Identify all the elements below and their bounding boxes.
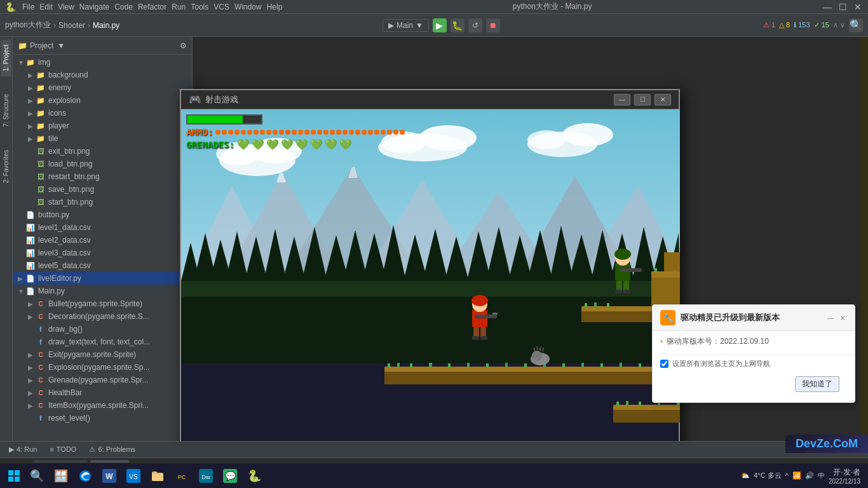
menu-edit[interactable]: Edit (39, 3, 53, 11)
rerun-button[interactable]: ↺ (468, 18, 482, 32)
taskbar-app1[interactable]: W (98, 464, 121, 487)
svg-rect-133 (8, 477, 13, 482)
taskbar-edge[interactable] (74, 464, 97, 487)
tree-item-level1[interactable]: ▶ 📊 level1_data.csv (13, 221, 192, 234)
notification-checkbox-row: 设置所有浏览器主页为上网导航 (653, 355, 855, 372)
tree-item-level3[interactable]: ▶ 📊 level3_data.csv (13, 247, 192, 259)
notification-checkbox[interactable] (660, 360, 668, 368)
game-close-button[interactable]: ✕ (654, 94, 671, 105)
menu-help[interactable]: Help (267, 3, 283, 11)
menu-code[interactable]: Code (114, 3, 133, 11)
tree-item-healthbar[interactable]: ▶ C HealthBar (13, 386, 192, 399)
menu-refactor[interactable]: Refactor (138, 3, 166, 11)
tree-item-decoration[interactable]: ▶ C Decoration(pygame.sprite.S... (13, 310, 192, 323)
svg-point-116 (532, 351, 542, 361)
tree-item-save-btn[interactable]: ▶ 🖼 save_btn.png (13, 183, 192, 196)
tree-item-load-btn[interactable]: ▶ 🖼 load_btn.png (13, 158, 192, 170)
game-maximize-button[interactable]: ☐ (634, 94, 651, 105)
notification-item: • 驱动库版本号：2022.12.09.10 (660, 336, 847, 347)
side-tab-favorites[interactable]: 2: Favorites (1, 145, 11, 188)
tree-item-level2[interactable]: ▶ 📊 level2_data.csv (13, 234, 192, 247)
ammo-dot (247, 130, 252, 135)
menu-window[interactable]: Window (234, 3, 262, 11)
taskbar-dw[interactable]: Dw (194, 464, 217, 487)
side-tab-project[interactable]: 1: Project (1, 39, 11, 76)
breadcrumb-shooter[interactable]: Shooter (58, 21, 85, 30)
tree-item-button-py[interactable]: ▶ 📄 button.py (13, 208, 192, 221)
ammo-dot (234, 130, 240, 135)
run-tab-run[interactable]: ▶ 4: Run (3, 443, 43, 456)
notification-close-button[interactable]: ✕ (838, 315, 847, 322)
tree-item-reset-level[interactable]: ▶ f reset_level() (13, 412, 192, 424)
menu-view[interactable]: View (58, 3, 74, 11)
start-button[interactable] (3, 464, 25, 487)
class-icon: C (36, 400, 46, 410)
search-button[interactable]: 🔍 (849, 18, 863, 32)
taskbar-search[interactable]: 🔍 (25, 464, 48, 487)
tree-item-restart-btn[interactable]: ▶ 🖼 restart_btn.png (13, 170, 192, 183)
settings-icon[interactable]: ⚙ (180, 41, 187, 50)
ammo-dot (285, 130, 290, 135)
error-count[interactable]: ⚠ 1 (763, 21, 775, 29)
taskbar-pycharm[interactable]: PC (170, 464, 193, 487)
tree-item-livelEditor[interactable]: ▶ 📄 liveIEditor.py (13, 272, 192, 285)
taskbar-weather-text: 4°C 多云 (754, 471, 782, 480)
run-tab-problems[interactable]: ⚠ 6: Problems (83, 443, 142, 456)
run-config-button[interactable]: ▶ Main ▼ (383, 19, 429, 32)
menu-run[interactable]: Run (172, 3, 186, 11)
check-count[interactable]: ✓ 15 (814, 21, 829, 29)
svg-rect-79 (607, 303, 609, 307)
tree-item-itembox[interactable]: ▶ C ItemBox(pygame.sprite.Spri... (13, 399, 192, 412)
taskbar-clock[interactable]: 开·发·者 2022/12/13 (829, 467, 860, 485)
tree-item-grenade[interactable]: ▶ C Grenade(pygame.sprite.Spr... (13, 374, 192, 386)
tree-item-bullet[interactable]: ▶ C Bullet(pygame.sprite.Sprite) (13, 297, 192, 310)
run-tab-label: 4: Run (17, 445, 37, 453)
taskbar-weather: ⛅ (741, 471, 750, 480)
taskbar-ime[interactable]: 中 (818, 471, 825, 480)
notification-action-button[interactable]: 我知道了 (795, 376, 839, 392)
breadcrumb-file[interactable]: Main.py (93, 21, 119, 30)
taskbar-python[interactable]: 🐍 (243, 464, 266, 487)
edge-icon (78, 469, 92, 483)
svg-rect-52 (397, 363, 400, 367)
tree-item-explosion[interactable]: ▶ 📁 explosion (13, 94, 192, 107)
close-button[interactable]: ✕ (853, 2, 863, 12)
tree-item-background[interactable]: ▶ 📁 background (13, 69, 192, 81)
tree-item-exit-btn[interactable]: ▶ 🖼 exit_btn.png (13, 145, 192, 158)
tree-item-tile[interactable]: ▶ 📁 tile (13, 132, 192, 145)
menu-vcs[interactable]: VCS (214, 3, 229, 11)
run-button[interactable]: ▶ (433, 18, 447, 32)
side-tab-structure[interactable]: 7: Structure (1, 89, 11, 132)
warning-count[interactable]: △ 8 (779, 21, 790, 29)
menu-file[interactable]: File (22, 3, 34, 11)
menu-navigate[interactable]: Navigate (79, 3, 109, 11)
maximize-button[interactable]: ☐ (837, 2, 848, 12)
tree-item-main-py[interactable]: ▼ 📄 Main.py (13, 285, 192, 297)
svg-rect-49 (384, 367, 658, 372)
tree-item-level5[interactable]: ▶ 📊 level5_data.csv (13, 259, 192, 272)
game-minimize-button[interactable]: — (614, 94, 630, 105)
run-tab-todo[interactable]: ≡ TODO (43, 443, 83, 456)
taskbar-wechat[interactable]: 💬 (219, 464, 241, 487)
minimize-button[interactable]: — (822, 2, 832, 12)
notification-minimize-button[interactable]: — (825, 315, 836, 322)
debug-button[interactable]: 🐛 (451, 18, 465, 32)
menu-tools[interactable]: Tools (191, 3, 208, 11)
info-count[interactable]: ℹ 153 (794, 21, 810, 29)
stop-button[interactable]: ⏹ (486, 18, 500, 32)
tree-item-player[interactable]: ▶ 📁 player (13, 119, 192, 132)
taskbar-task-view[interactable]: 🪟 (50, 464, 72, 487)
taskbar-app2[interactable]: VS (122, 464, 145, 487)
tree-item-icons[interactable]: ▶ 📁 icons (13, 107, 192, 119)
taskbar-files[interactable] (146, 464, 169, 487)
tree-item-start-btn[interactable]: ▶ 🖼 start_btn.png (13, 196, 192, 208)
tree-item-explosion[interactable]: ▶ C Explosion(pygame.sprite.Sp... (13, 361, 192, 374)
tree-item-img[interactable]: ▼ 📁 img (13, 56, 192, 69)
taskbar-chevron-up[interactable]: ^ (785, 472, 789, 480)
tree-item-enemy[interactable]: ▶ 📁 enemy (13, 81, 192, 94)
tree-item-draw-text[interactable]: ▶ f draw_text(text, font, text_col... (13, 336, 192, 348)
tree-item-exit[interactable]: ▶ C Exit(pygame.sprite.Sprite) (13, 348, 192, 361)
tree-item-draw-bg[interactable]: ▶ f draw_bg() (13, 323, 192, 336)
breadcrumb-project[interactable]: python大作业 (5, 20, 51, 30)
header-dropdown-icon[interactable]: ▼ (57, 41, 65, 50)
